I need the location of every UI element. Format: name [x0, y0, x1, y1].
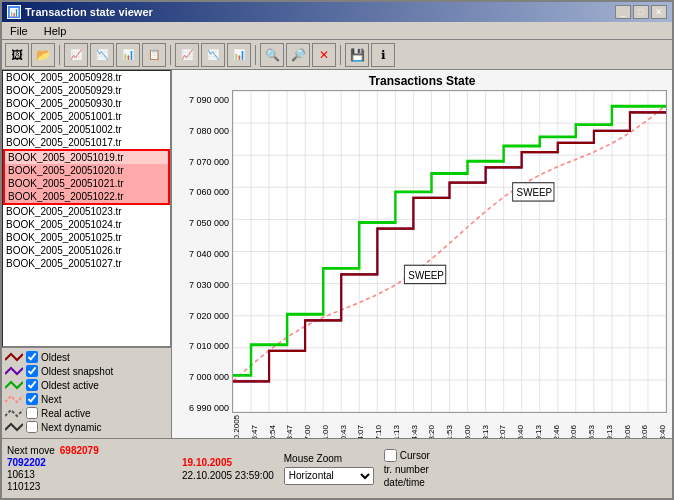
- separator-4: [340, 45, 341, 65]
- legend-checkbox[interactable]: [26, 393, 38, 405]
- close-chart-button[interactable]: ✕: [312, 43, 336, 67]
- file-item[interactable]: BOOK_2005_20051001.tr: [3, 110, 170, 123]
- chart7-button[interactable]: 📊: [227, 43, 251, 67]
- chart5-button[interactable]: 📈: [175, 43, 199, 67]
- svg-text:SWEEP: SWEEP: [517, 186, 553, 199]
- zoom-select[interactable]: Horizontal Vertical Both: [284, 467, 374, 485]
- legend-item: Next: [5, 393, 168, 405]
- y-axis-label: 7 040 000: [174, 249, 229, 259]
- file-item[interactable]: BOOK_2005_20051022.tr: [3, 190, 170, 205]
- legend-item: Oldest snapshot: [5, 365, 168, 377]
- y-axis-label: 7 010 000: [174, 341, 229, 351]
- legend-area: OldestOldest snapshotOldest activeNextRe…: [2, 347, 171, 438]
- x-axis-area: 19.10.200506:4710:5413:4717:0021:0000:43…: [172, 415, 672, 438]
- zoom-in-button[interactable]: 🔍: [260, 43, 284, 67]
- chart-title: Transactions State: [172, 70, 672, 90]
- menu-help[interactable]: Help: [41, 24, 70, 38]
- x-axis-label-item: 11:13: [392, 415, 401, 438]
- open-button[interactable]: 📂: [31, 43, 55, 67]
- legend-label: Oldest snapshot: [41, 366, 113, 377]
- main-area: BOOK_2005_20050928.trBOOK_2005_20050929.…: [2, 70, 672, 438]
- x-axis-label-item: 19:13: [534, 415, 543, 438]
- date-time-label: date/time: [384, 477, 430, 488]
- mouse-zoom-area: Mouse Zoom Horizontal Vertical Both: [284, 453, 374, 485]
- file-item[interactable]: BOOK_2005_20051025.tr: [3, 231, 170, 244]
- file-item[interactable]: BOOK_2005_20051026.tr: [3, 244, 170, 257]
- cursor-area: Cursor tr. number date/time: [384, 449, 430, 488]
- legend-checkbox[interactable]: [26, 407, 38, 419]
- x-labels-row: 19.10.200506:4710:5413:4717:0021:0000:43…: [232, 415, 667, 438]
- file-item[interactable]: BOOK_2005_20051023.tr: [3, 205, 170, 218]
- x-axis-label-item: 20:06: [640, 415, 649, 438]
- date1: 19.10.2005: [182, 457, 274, 468]
- info-button[interactable]: ℹ: [371, 43, 395, 67]
- x-axis-label-item: 19.10.2005: [232, 415, 241, 438]
- chart2-button[interactable]: 📉: [90, 43, 114, 67]
- legend-item: Next dynamic: [5, 421, 168, 433]
- file-item[interactable]: BOOK_2005_20051002.tr: [3, 123, 170, 136]
- file-item[interactable]: BOOK_2005_20050929.tr: [3, 84, 170, 97]
- file-list[interactable]: BOOK_2005_20050928.trBOOK_2005_20050929.…: [2, 70, 171, 347]
- chart4-button[interactable]: 📋: [142, 43, 166, 67]
- x-axis-label-item: 21:53: [445, 415, 454, 438]
- legend-label: Next: [41, 394, 62, 405]
- x-axis-label-item: 18:20: [427, 415, 436, 438]
- legend-checkbox[interactable]: [26, 351, 38, 363]
- chart6-button[interactable]: 📉: [201, 43, 225, 67]
- new-button[interactable]: 🖼: [5, 43, 29, 67]
- x-axis-label-item: 13:47: [285, 415, 294, 438]
- legend-item: Real active: [5, 407, 168, 419]
- minimize-btn[interactable]: _: [615, 5, 631, 19]
- x-axis-label-item: 05:53: [587, 415, 596, 438]
- file-item[interactable]: BOOK_2005_20051021.tr: [3, 177, 170, 190]
- bottom-left: Next move 6982079 7092202 10613 110123: [7, 445, 172, 492]
- y-axis-label: 7 070 000: [174, 157, 229, 167]
- file-item[interactable]: BOOK_2005_20050930.tr: [3, 97, 170, 110]
- file-item[interactable]: BOOK_2005_20051027.tr: [3, 257, 170, 270]
- legend-item: Oldest active: [5, 379, 168, 391]
- bottom-dates: 19.10.2005 22.10.2005 23:59:00: [182, 457, 274, 481]
- legend-checkbox[interactable]: [26, 421, 38, 433]
- legend-item: Oldest: [5, 351, 168, 363]
- file-item[interactable]: BOOK_2005_20051020.tr: [3, 164, 170, 177]
- legend-checkbox[interactable]: [26, 365, 38, 377]
- window-icon: 📊: [7, 5, 21, 19]
- maximize-btn[interactable]: □: [633, 5, 649, 19]
- close-btn[interactable]: ✕: [651, 5, 667, 19]
- x-axis-label-item: 22:46: [552, 415, 561, 438]
- chart-plot[interactable]: SWEEP SWEEP: [232, 90, 667, 413]
- cursor-checkbox[interactable]: [384, 449, 397, 462]
- y-axis: 7 090 0007 080 0007 070 0007 060 0007 05…: [172, 90, 232, 433]
- separator-2: [170, 45, 171, 65]
- separator-3: [255, 45, 256, 65]
- tr-number-label: tr. number: [384, 464, 430, 475]
- chart3-button[interactable]: 📊: [116, 43, 140, 67]
- x-axis-label-item: 14:43: [410, 415, 419, 438]
- next-move-val4: 110123: [7, 481, 172, 492]
- legend-checkbox[interactable]: [26, 379, 38, 391]
- next-move-val2: 7092202: [7, 457, 46, 468]
- chart-area: Transactions State 7 090 0007 080 0007 0…: [172, 70, 672, 438]
- chart1-button[interactable]: 📈: [64, 43, 88, 67]
- left-panel: BOOK_2005_20050928.trBOOK_2005_20050929.…: [2, 70, 172, 438]
- save-button[interactable]: 💾: [345, 43, 369, 67]
- file-item[interactable]: BOOK_2005_20051019.tr: [3, 149, 170, 164]
- x-axis-label-item: 07:10: [374, 415, 383, 438]
- y-axis-label: 7 080 000: [174, 126, 229, 136]
- window-title: Transaction state viewer: [25, 6, 153, 18]
- y-axis-label: 7 060 000: [174, 187, 229, 197]
- zoom-out-button[interactable]: 🔎: [286, 43, 310, 67]
- x-axis-label-item: 20:06: [569, 415, 578, 438]
- toolbar: 🖼 📂 📈 📉 📊 📋 📈 📉 📊 🔍 🔎 ✕ 💾 ℹ: [2, 40, 672, 70]
- file-item[interactable]: BOOK_2005_20050928.tr: [3, 71, 170, 84]
- main-window: 📊 Transaction state viewer _ □ ✕ File He…: [0, 0, 674, 500]
- mouse-zoom-label: Mouse Zoom: [284, 453, 374, 464]
- x-axis-label-item: 00:06: [623, 415, 632, 438]
- x-axis-label-item: 08:13: [481, 415, 490, 438]
- legend-label: Real active: [41, 408, 90, 419]
- file-item[interactable]: BOOK_2005_20051017.tr: [3, 136, 170, 149]
- cursor-label: Cursor: [400, 450, 430, 461]
- y-axis-label: 7 050 000: [174, 218, 229, 228]
- menu-file[interactable]: File: [7, 24, 31, 38]
- file-item[interactable]: BOOK_2005_20051024.tr: [3, 218, 170, 231]
